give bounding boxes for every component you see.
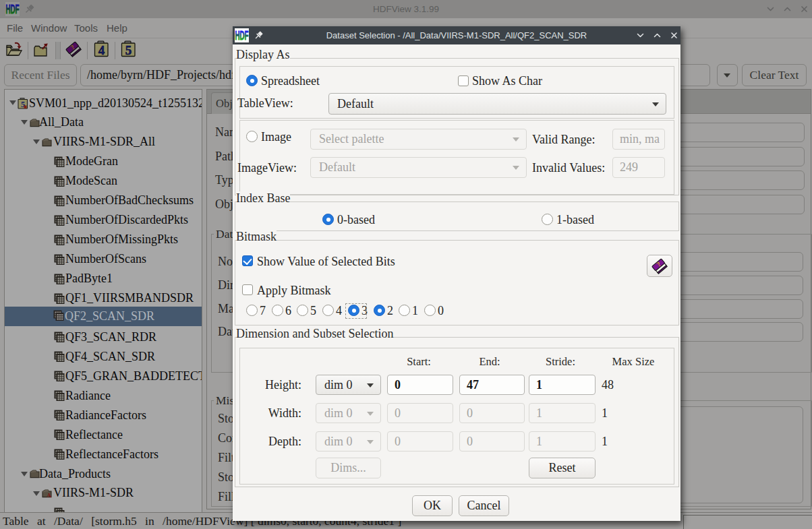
svg-text:HDF: HDF [235,29,249,42]
